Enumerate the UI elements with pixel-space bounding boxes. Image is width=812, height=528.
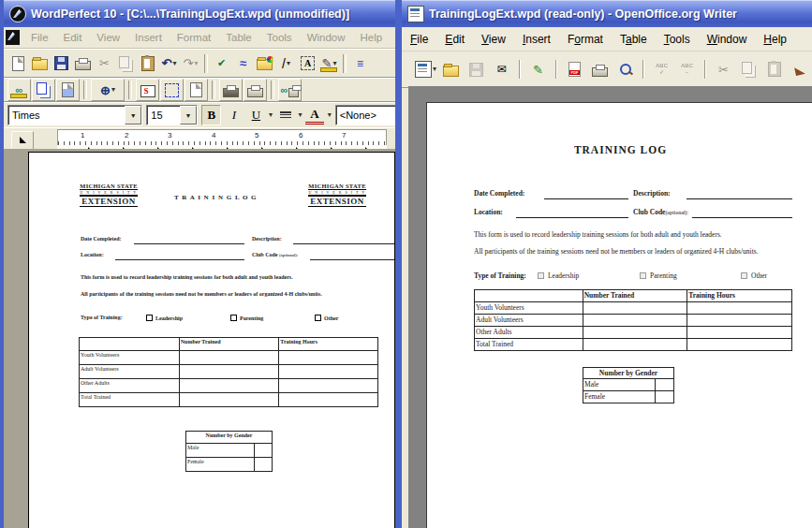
draw-squiggle-icon: ≈ [240,57,246,69]
underline-button[interactable]: U [247,106,265,125]
draw-button[interactable]: ≈ [232,53,254,74]
menu-file[interactable]: File [402,30,436,49]
print-preview-button[interactable]: ∞ [278,79,302,101]
print-button-2[interactable] [244,79,267,101]
zoom-button[interactable]: ⊕▾ [91,79,125,101]
wordperfect-secondary-toolbar: ∞ ⊕▾ ∞ [4,78,396,102]
ruler-number: 1 [81,131,84,139]
toolbar-separator [128,81,132,99]
ruler-strip[interactable]: 1 2 3 4 5 6 7 [57,129,387,146]
full-page-zoom-button[interactable] [160,79,184,101]
open-button[interactable] [440,59,462,80]
printer-icon [288,88,299,97]
page-preview-button[interactable] [614,59,636,80]
format-paintbrush-button[interactable] [789,59,810,80]
new-document-button[interactable] [7,53,29,74]
undo-button[interactable]: ↶▾ [158,53,180,74]
parenting-checkbox [230,315,237,321]
italic-button[interactable]: I [225,106,243,125]
new-view-button[interactable] [185,79,208,101]
menu-insert[interactable]: Insert [127,29,170,46]
toolbar-separator [83,81,87,99]
copy-button[interactable] [738,59,760,80]
font-size-arrow[interactable]: ▼ [180,106,197,125]
font-attributes-button[interactable]: A [305,107,323,125]
wordperfect-title: WordPerfect 10 - [C:\...\TrainingLogExt.… [31,7,349,21]
description-line [293,242,394,244]
save-button[interactable] [465,59,487,80]
print-button[interactable] [72,53,94,74]
tab-type-button[interactable] [11,131,34,150]
font-name-arrow[interactable]: ▼ [125,106,141,125]
menu-format[interactable]: Format [170,29,218,46]
writer-page[interactable]: TRAINING LOG Date Completed: Description… [426,102,812,528]
menu-insert[interactable]: Insert [514,30,559,49]
underline-dropdown[interactable]: ▾ [269,111,273,119]
msu-extension-logo-left: MICHIGAN STATE U N I V E R S I T Y EXTEN… [80,183,138,207]
menu-help[interactable]: Help [353,29,391,46]
menu-view[interactable]: View [473,30,514,49]
spell-check-button[interactable] [136,79,159,101]
textbox-button[interactable]: A [297,53,318,74]
paste-button[interactable] [137,53,158,74]
spellcheck-button[interactable]: ABC✓ [651,59,672,80]
quickformat-button[interactable]: ✔ [211,53,232,74]
menu-edit[interactable]: Edit [56,29,90,46]
menu-table[interactable]: Table [612,30,656,49]
justification-dropdown[interactable]: ▾ [298,111,302,119]
menu-format[interactable]: Format [559,30,612,49]
save-button[interactable] [51,53,72,74]
numbering-button[interactable]: ≡ [349,53,371,74]
cut-button[interactable]: ✂ [713,59,734,80]
highlight-button[interactable]: ✎▾ [318,53,340,74]
draw-line-button[interactable]: /▾ [275,53,297,74]
wordperfect-titlebar[interactable]: WordPerfect 10 - [C:\...\TrainingLogExt.… [4,0,396,27]
menu-tools[interactable]: Tools [259,29,300,46]
styles-combo[interactable]: <None> [335,105,396,125]
font-name-combo[interactable]: Times ▼ [7,105,142,125]
menu-window[interactable]: Window [300,29,353,46]
justification-button[interactable] [276,106,294,125]
two-pages-view-button[interactable] [32,79,55,101]
autospellcheck-button[interactable]: ABC~ [676,59,698,80]
cut-button[interactable]: ✂ [94,53,115,74]
type-of-training-label: Type of Training: [474,271,526,280]
menu-table[interactable]: Table [218,29,259,46]
new-document-button[interactable]: ▾ [415,59,436,80]
menu-view[interactable]: View [89,29,127,46]
page-columns-button[interactable] [56,79,80,101]
scrapbook-button[interactable] [254,53,275,74]
ruler-number: 6 [299,131,303,139]
email-button[interactable]: ✉ [491,59,512,80]
ruler-number: 7 [342,131,346,139]
ruler-number: 3 [168,131,171,139]
menu-file[interactable]: File [23,29,56,46]
row-label: Total Trained [475,339,583,351]
menu-window[interactable]: Window [699,30,756,49]
copy-icon [119,56,129,68]
logo-line1: MICHIGAN STATE [80,183,138,190]
menu-help[interactable]: Help [755,30,795,49]
wordperfect-page[interactable]: MICHIGAN STATE U N I V E R S I T Y EXTEN… [28,152,395,528]
new-dropdown: ▾ [433,66,436,73]
copy-button[interactable] [115,53,137,74]
row-label: Other Adults [475,327,583,339]
paste-button[interactable] [763,59,785,80]
bold-button[interactable]: B [201,105,221,125]
font-attributes-dropdown[interactable]: ▾ [328,111,332,119]
export-pdf-button[interactable] [564,59,585,80]
menu-edit[interactable]: Edit [436,30,473,49]
writer-titlebar[interactable]: TrainingLogExt.wpd (read-only) - OpenOff… [402,0,812,27]
print-button[interactable] [589,59,611,80]
redo-button[interactable]: ↷▾ [180,53,201,74]
document-control-icon[interactable] [6,30,20,45]
table-row: Other Adults [80,379,378,393]
browse-mode-button[interactable]: ∞ [7,79,31,101]
font-size-combo[interactable]: 15 ▼ [146,105,198,125]
print-document-button[interactable] [219,79,243,101]
menu-tools[interactable]: Tools [656,30,699,49]
edit-file-button[interactable]: ✎ [527,59,549,80]
wordperfect-window: WordPerfect 10 - [C:\...\TrainingLogExt.… [0,0,399,528]
open-button[interactable] [29,53,51,74]
scrapbook-icon [257,59,273,70]
